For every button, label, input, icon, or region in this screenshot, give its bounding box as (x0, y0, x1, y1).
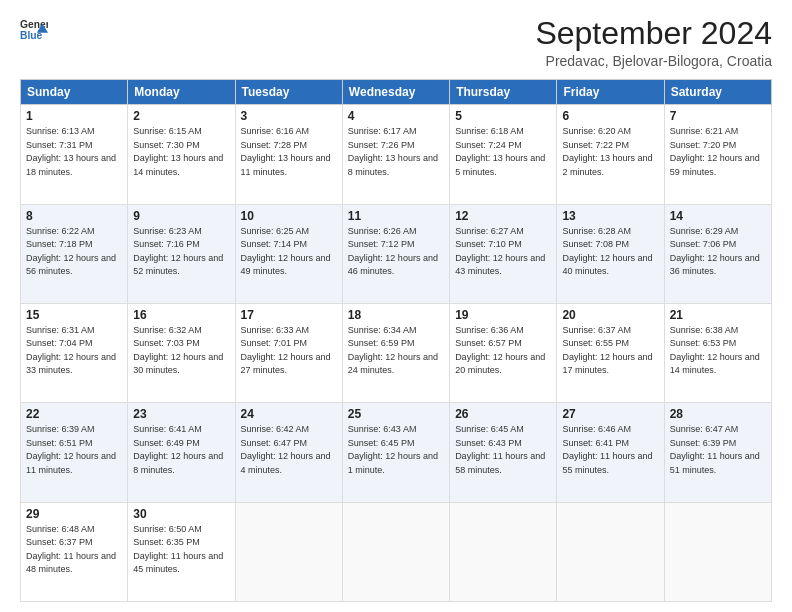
day-cell: 1Sunrise: 6:13 AMSunset: 7:31 PMDaylight… (21, 105, 128, 204)
day-number: 24 (241, 407, 337, 421)
day-info: Sunrise: 6:31 AMSunset: 7:04 PMDaylight:… (26, 324, 122, 378)
day-number: 14 (670, 209, 766, 223)
day-cell: 25Sunrise: 6:43 AMSunset: 6:45 PMDayligh… (342, 403, 449, 502)
day-info: Sunrise: 6:27 AMSunset: 7:10 PMDaylight:… (455, 225, 551, 279)
day-info: Sunrise: 6:34 AMSunset: 6:59 PMDaylight:… (348, 324, 444, 378)
day-cell: 17Sunrise: 6:33 AMSunset: 7:01 PMDayligh… (235, 303, 342, 402)
col-header-friday: Friday (557, 80, 664, 105)
location: Predavac, Bjelovar-Bilogora, Croatia (535, 53, 772, 69)
day-cell: 20Sunrise: 6:37 AMSunset: 6:55 PMDayligh… (557, 303, 664, 402)
day-info: Sunrise: 6:29 AMSunset: 7:06 PMDaylight:… (670, 225, 766, 279)
day-cell: 7Sunrise: 6:21 AMSunset: 7:20 PMDaylight… (664, 105, 771, 204)
week-row-4: 22Sunrise: 6:39 AMSunset: 6:51 PMDayligh… (21, 403, 772, 502)
day-info: Sunrise: 6:28 AMSunset: 7:08 PMDaylight:… (562, 225, 658, 279)
day-cell: 10Sunrise: 6:25 AMSunset: 7:14 PMDayligh… (235, 204, 342, 303)
logo: General Blue (20, 16, 48, 44)
header-row: SundayMondayTuesdayWednesdayThursdayFrid… (21, 80, 772, 105)
day-number: 28 (670, 407, 766, 421)
day-number: 3 (241, 109, 337, 123)
day-cell: 9Sunrise: 6:23 AMSunset: 7:16 PMDaylight… (128, 204, 235, 303)
day-number: 25 (348, 407, 444, 421)
day-info: Sunrise: 6:39 AMSunset: 6:51 PMDaylight:… (26, 423, 122, 477)
day-info: Sunrise: 6:48 AMSunset: 6:37 PMDaylight:… (26, 523, 122, 577)
day-cell: 5Sunrise: 6:18 AMSunset: 7:24 PMDaylight… (450, 105, 557, 204)
week-row-2: 8Sunrise: 6:22 AMSunset: 7:18 PMDaylight… (21, 204, 772, 303)
day-info: Sunrise: 6:41 AMSunset: 6:49 PMDaylight:… (133, 423, 229, 477)
day-number: 21 (670, 308, 766, 322)
day-cell: 22Sunrise: 6:39 AMSunset: 6:51 PMDayligh… (21, 403, 128, 502)
day-cell: 2Sunrise: 6:15 AMSunset: 7:30 PMDaylight… (128, 105, 235, 204)
day-number: 9 (133, 209, 229, 223)
day-info: Sunrise: 6:22 AMSunset: 7:18 PMDaylight:… (26, 225, 122, 279)
day-cell: 15Sunrise: 6:31 AMSunset: 7:04 PMDayligh… (21, 303, 128, 402)
day-cell (664, 502, 771, 601)
logo-icon: General Blue (20, 16, 48, 44)
day-cell: 26Sunrise: 6:45 AMSunset: 6:43 PMDayligh… (450, 403, 557, 502)
week-row-1: 1Sunrise: 6:13 AMSunset: 7:31 PMDaylight… (21, 105, 772, 204)
day-number: 22 (26, 407, 122, 421)
month-title: September 2024 (535, 16, 772, 51)
day-cell: 27Sunrise: 6:46 AMSunset: 6:41 PMDayligh… (557, 403, 664, 502)
col-header-monday: Monday (128, 80, 235, 105)
day-cell: 23Sunrise: 6:41 AMSunset: 6:49 PMDayligh… (128, 403, 235, 502)
day-number: 1 (26, 109, 122, 123)
day-info: Sunrise: 6:17 AMSunset: 7:26 PMDaylight:… (348, 125, 444, 179)
day-number: 26 (455, 407, 551, 421)
col-header-tuesday: Tuesday (235, 80, 342, 105)
week-row-5: 29Sunrise: 6:48 AMSunset: 6:37 PMDayligh… (21, 502, 772, 601)
day-info: Sunrise: 6:47 AMSunset: 6:39 PMDaylight:… (670, 423, 766, 477)
day-info: Sunrise: 6:46 AMSunset: 6:41 PMDaylight:… (562, 423, 658, 477)
day-info: Sunrise: 6:37 AMSunset: 6:55 PMDaylight:… (562, 324, 658, 378)
day-info: Sunrise: 6:38 AMSunset: 6:53 PMDaylight:… (670, 324, 766, 378)
day-number: 29 (26, 507, 122, 521)
day-info: Sunrise: 6:16 AMSunset: 7:28 PMDaylight:… (241, 125, 337, 179)
day-cell: 6Sunrise: 6:20 AMSunset: 7:22 PMDaylight… (557, 105, 664, 204)
day-cell: 24Sunrise: 6:42 AMSunset: 6:47 PMDayligh… (235, 403, 342, 502)
day-info: Sunrise: 6:18 AMSunset: 7:24 PMDaylight:… (455, 125, 551, 179)
day-cell: 21Sunrise: 6:38 AMSunset: 6:53 PMDayligh… (664, 303, 771, 402)
day-cell (557, 502, 664, 601)
day-info: Sunrise: 6:42 AMSunset: 6:47 PMDaylight:… (241, 423, 337, 477)
day-number: 18 (348, 308, 444, 322)
day-cell: 29Sunrise: 6:48 AMSunset: 6:37 PMDayligh… (21, 502, 128, 601)
day-cell (342, 502, 449, 601)
day-info: Sunrise: 6:50 AMSunset: 6:35 PMDaylight:… (133, 523, 229, 577)
day-cell: 18Sunrise: 6:34 AMSunset: 6:59 PMDayligh… (342, 303, 449, 402)
day-info: Sunrise: 6:45 AMSunset: 6:43 PMDaylight:… (455, 423, 551, 477)
day-number: 10 (241, 209, 337, 223)
page: General Blue September 2024 Predavac, Bj… (0, 0, 792, 612)
day-cell: 8Sunrise: 6:22 AMSunset: 7:18 PMDaylight… (21, 204, 128, 303)
calendar-table: SundayMondayTuesdayWednesdayThursdayFrid… (20, 79, 772, 602)
week-row-3: 15Sunrise: 6:31 AMSunset: 7:04 PMDayligh… (21, 303, 772, 402)
day-number: 13 (562, 209, 658, 223)
day-info: Sunrise: 6:21 AMSunset: 7:20 PMDaylight:… (670, 125, 766, 179)
day-info: Sunrise: 6:32 AMSunset: 7:03 PMDaylight:… (133, 324, 229, 378)
day-number: 20 (562, 308, 658, 322)
day-cell: 28Sunrise: 6:47 AMSunset: 6:39 PMDayligh… (664, 403, 771, 502)
day-number: 11 (348, 209, 444, 223)
day-info: Sunrise: 6:26 AMSunset: 7:12 PMDaylight:… (348, 225, 444, 279)
day-info: Sunrise: 6:25 AMSunset: 7:14 PMDaylight:… (241, 225, 337, 279)
day-cell: 4Sunrise: 6:17 AMSunset: 7:26 PMDaylight… (342, 105, 449, 204)
day-cell: 11Sunrise: 6:26 AMSunset: 7:12 PMDayligh… (342, 204, 449, 303)
day-number: 17 (241, 308, 337, 322)
day-number: 5 (455, 109, 551, 123)
day-number: 16 (133, 308, 229, 322)
day-number: 2 (133, 109, 229, 123)
day-number: 4 (348, 109, 444, 123)
header: General Blue September 2024 Predavac, Bj… (20, 16, 772, 69)
day-cell (235, 502, 342, 601)
day-number: 23 (133, 407, 229, 421)
day-number: 6 (562, 109, 658, 123)
title-block: September 2024 Predavac, Bjelovar-Bilogo… (535, 16, 772, 69)
day-cell: 3Sunrise: 6:16 AMSunset: 7:28 PMDaylight… (235, 105, 342, 204)
col-header-saturday: Saturday (664, 80, 771, 105)
day-number: 30 (133, 507, 229, 521)
day-info: Sunrise: 6:36 AMSunset: 6:57 PMDaylight:… (455, 324, 551, 378)
day-cell: 13Sunrise: 6:28 AMSunset: 7:08 PMDayligh… (557, 204, 664, 303)
day-cell: 12Sunrise: 6:27 AMSunset: 7:10 PMDayligh… (450, 204, 557, 303)
day-cell: 30Sunrise: 6:50 AMSunset: 6:35 PMDayligh… (128, 502, 235, 601)
day-number: 8 (26, 209, 122, 223)
col-header-wednesday: Wednesday (342, 80, 449, 105)
day-cell: 14Sunrise: 6:29 AMSunset: 7:06 PMDayligh… (664, 204, 771, 303)
